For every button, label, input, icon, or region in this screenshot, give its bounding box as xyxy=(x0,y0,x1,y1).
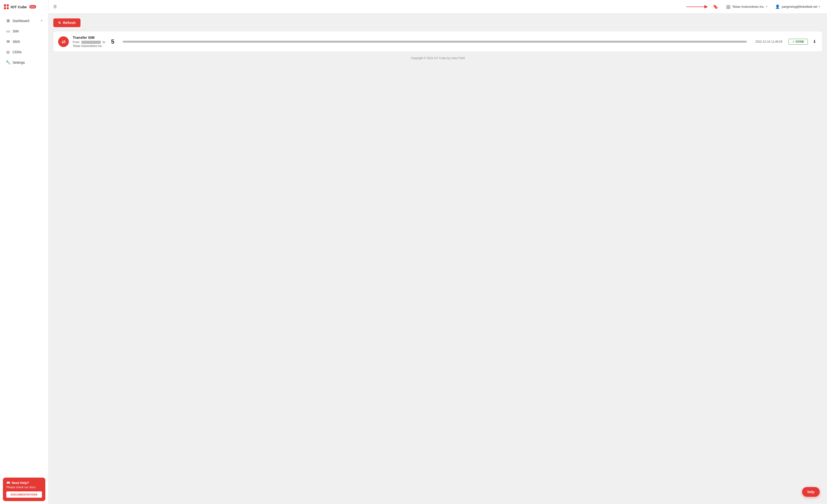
transfer-source-redacted xyxy=(82,41,101,44)
org-selector[interactable]: 🏢 Telsar Automotives Inc. ▾ xyxy=(724,3,770,10)
topbar: ☰ 🔖 🏢 Telsar Automotives Inc. ▾ 👤 yangme… xyxy=(48,0,827,13)
user-icon: 👤 xyxy=(775,4,780,9)
download-button[interactable]: ⬇ xyxy=(812,38,817,45)
app-name: IOT Cube xyxy=(11,5,27,9)
settings-icon: 🔧 xyxy=(6,60,10,65)
footer-text: Copyright © 2022 IoT Cube by Links Field xyxy=(53,52,822,65)
sms-icon: ✉ xyxy=(6,39,10,44)
beta-badge: beta xyxy=(29,5,36,8)
help-box: 📖 Need Help? Please check our docs DOCUM… xyxy=(3,477,45,501)
help-float-button[interactable]: help xyxy=(802,487,820,497)
transfer-card: ⇄ Transfer SIM From to Telsar Automotive… xyxy=(53,32,822,52)
content-area: ↻ Refresh ⇄ Transfer SIM From to Telsar … xyxy=(48,13,827,504)
hamburger-icon[interactable]: ☰ xyxy=(53,4,57,9)
chevron-down-icon: ▾ xyxy=(41,19,42,22)
sidebar-item-label: CDRs xyxy=(13,50,42,54)
org-name: Telsar Automotives Inc. xyxy=(732,5,765,8)
bookmark-icon: 🔖 xyxy=(713,4,718,9)
sidebar: IOT Cubebeta ⊞ Dashboard ▾ ▭ SIM ✉ SMS ◎… xyxy=(0,0,48,504)
sidebar-item-label: SIM xyxy=(13,29,42,33)
dashboard-icon: ⊞ xyxy=(6,18,10,23)
book-icon: 📖 xyxy=(6,481,10,485)
logo-area: IOT Cubebeta xyxy=(0,0,48,13)
org-icon: 🏢 xyxy=(726,4,731,9)
sidebar-item-label: SMS xyxy=(13,40,42,44)
main-content: ☰ 🔖 🏢 Telsar Automotives Inc. ▾ 👤 yangme… xyxy=(48,0,827,504)
transfer-from-line: From to xyxy=(73,41,105,44)
transfer-count: 5 xyxy=(109,38,116,45)
sidebar-item-dashboard[interactable]: ⊞ Dashboard ▾ xyxy=(2,16,46,26)
user-selector[interactable]: 👤 yangmeisg@linksfield.net ▾ xyxy=(773,3,822,10)
help-subtitle: Please check our docs xyxy=(6,486,42,489)
progress-bar xyxy=(123,41,747,43)
help-title: 📖 Need Help? xyxy=(6,481,42,485)
sidebar-item-sim[interactable]: ▭ SIM xyxy=(2,27,46,36)
logo-icon xyxy=(4,4,9,9)
sidebar-item-cdrs[interactable]: ◎ CDRs xyxy=(2,47,46,57)
checkmark-icon: ✓ xyxy=(792,40,795,43)
user-chevron-icon: ▾ xyxy=(819,5,820,8)
sidebar-item-sms[interactable]: ✉ SMS xyxy=(2,37,46,46)
transfer-timestamp: 2022-12-16 11:48:29 xyxy=(753,40,785,43)
sidebar-item-settings[interactable]: 🔧 Settings xyxy=(2,58,46,67)
user-email: yangmeisg@linksfield.net xyxy=(781,5,817,8)
progress-bar-fill xyxy=(123,41,747,43)
sidebar-item-label: Settings xyxy=(13,61,42,64)
documentations-button[interactable]: DOCUMENTATIONS xyxy=(6,491,42,498)
arrow-annotation xyxy=(686,3,708,10)
svg-marker-1 xyxy=(704,5,708,8)
refresh-icon: ↻ xyxy=(58,21,61,25)
sidebar-item-label: Dashboard xyxy=(13,19,39,23)
transfer-info: Transfer SIM From to Telsar Automotives … xyxy=(73,35,105,48)
nav-items: ⊞ Dashboard ▾ ▭ SIM ✉ SMS ◎ CDRs 🔧 Setti… xyxy=(0,13,48,475)
refresh-button[interactable]: ↻ Refresh xyxy=(53,18,81,27)
org-chevron-icon: ▾ xyxy=(766,5,767,8)
cdrs-icon: ◎ xyxy=(6,50,10,54)
transfer-title: Transfer SIM xyxy=(73,35,105,40)
transfer-destination: Telsar Automotives Inc. xyxy=(73,44,105,48)
sim-icon: ▭ xyxy=(6,29,10,34)
status-badge: ✓ DONE xyxy=(788,39,808,45)
transfer-icon: ⇄ xyxy=(58,36,69,47)
